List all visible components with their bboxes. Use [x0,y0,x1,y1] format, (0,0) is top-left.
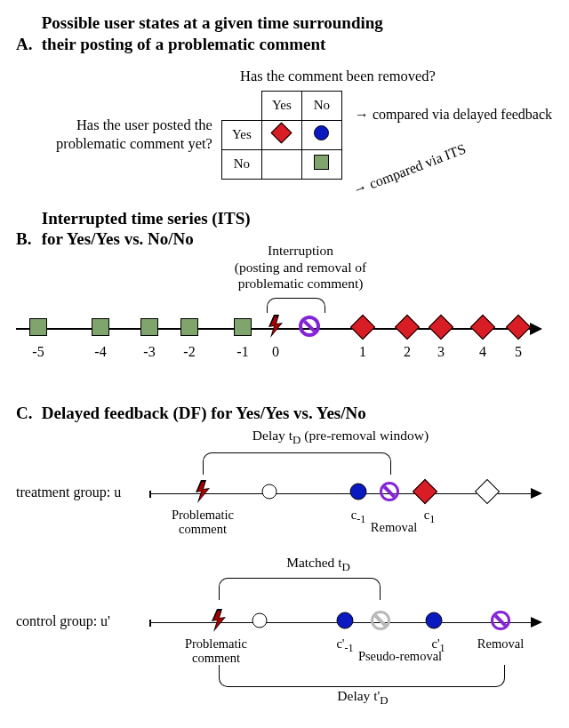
row-question: Has the user posted the problematic comm… [17,116,212,153]
prohibit-icon [380,482,399,505]
state-table: Yes No Yes No [221,91,342,180]
matched-td-brace [219,578,381,600]
panel-b-title-line2: for Yes/Yes vs. No/No [42,229,194,248]
its-point-5 [509,318,527,340]
circle-blue-icon [337,612,354,632]
its-point-4 [474,318,492,340]
its-point-2 [398,318,416,340]
control-row: Matched tD control group: u' Problematic… [16,553,549,708]
problematic-comment-label: Problematic comment [172,508,234,537]
row-yes: Yes [221,120,261,149]
its-point-m3 [140,318,158,340]
prohibit-icon [299,316,320,340]
square-green-icon [314,155,329,170]
col-no: No [301,91,341,120]
panel-b-letter: B. [16,228,37,250]
panel-a-letter: A. [16,34,37,55]
its-tick-m2: -2 [183,344,195,360]
its-point-m2 [180,318,198,340]
treatment-row: Delay tD (pre-removal window) treatment … [16,424,549,553]
matched-td-label: Matched tD [260,555,376,574]
delay-td-label: Delay tD (pre-removal window) [225,428,456,447]
col-yes: Yes [261,91,301,120]
row-no: No [221,149,261,179]
problematic-comment-label-2: Problematic comment [185,636,247,666]
delay-td-brace [203,452,391,475]
control-axis-arrow [531,617,542,628]
diamond-open-icon [478,483,496,504]
treatment-group-label: treatment group: u [16,484,121,500]
column-question: Has the comment been removed? [240,68,436,85]
open-circle-icon [262,484,277,502]
its-tick-3: 3 [437,344,445,360]
cp-minus1-label: c'-1 [336,636,353,655]
interruption-brace [267,298,325,313]
its-timeline: Interruption (posting and removal of pro… [16,259,549,374]
circle-blue-icon [314,125,329,140]
its-tick-0: 0 [272,344,279,360]
prohibit-gray-icon [371,611,390,634]
its-tick-4: 4 [479,344,486,360]
its-tick-m4: -4 [94,344,106,360]
diamond-red-icon [416,483,434,504]
state-table-area: Has the user posted the problematic comm… [17,91,552,180]
its-tick-m1: -1 [236,344,248,360]
pseudo-removal-label: Pseudo-removal [358,649,442,664]
cell-no-yes [261,149,301,179]
panel-a-heading: A. Possible user states at a given time … [16,12,553,55]
its-point-m4 [92,318,109,340]
panel-b-title-line1: Interrupted time series (ITS) [42,209,251,228]
cp-1-label: c'1 [431,636,445,655]
c-1-label: c1 [424,508,435,526]
interruption-label: Interruption (posting and removal of pro… [212,243,389,292]
its-axis-arrow [530,323,542,335]
cell-no-no [301,149,341,179]
control-group-label: control group: u' [16,613,110,629]
its-point-3 [432,318,450,340]
treatment-axis-arrow [531,488,542,499]
its-tick-2: 2 [404,344,411,360]
prohibit-icon [491,611,510,634]
delay-tpd-brace [219,665,505,687]
compared-delayed-feedback: → compared via delayed feedback [355,107,552,123]
panel-a-body: Has the comment been removed? Has the us… [16,68,553,180]
its-tick-5: 5 [515,344,522,360]
its-tick-m5: -5 [32,344,44,360]
panel-c-letter: C. [16,403,37,424]
diamond-red-icon [271,122,293,143]
panel-a-title-line1: Possible user states at a given time sur… [42,13,383,32]
flash-icon [210,609,228,636]
cell-yes-no [301,120,341,149]
flash-icon [194,480,212,507]
circle-blue-icon [350,483,367,503]
its-point-m5 [29,318,47,340]
panel-c-title: Delayed feedback (DF) for Yes/Yes vs. Ye… [42,404,366,422]
its-tick-m3: -3 [143,344,155,360]
removal-label-2: Removal [477,636,524,652]
cell-yes-yes [261,120,301,149]
open-circle-icon [252,612,268,631]
flash-icon [267,315,284,341]
its-point-1 [354,318,372,340]
c-minus1-label: c-1 [351,508,366,526]
its-point-m1 [234,318,252,340]
removal-label: Removal [371,520,417,535]
panel-a-title-line2: their posting of a problematic comment [42,35,326,53]
circle-blue-icon [426,612,443,632]
delay-tpd-label: Delay t'D [309,688,416,708]
panel-c-heading: C. Delayed feedback (DF) for Yes/Yes vs.… [16,403,553,424]
its-tick-1: 1 [359,344,366,360]
